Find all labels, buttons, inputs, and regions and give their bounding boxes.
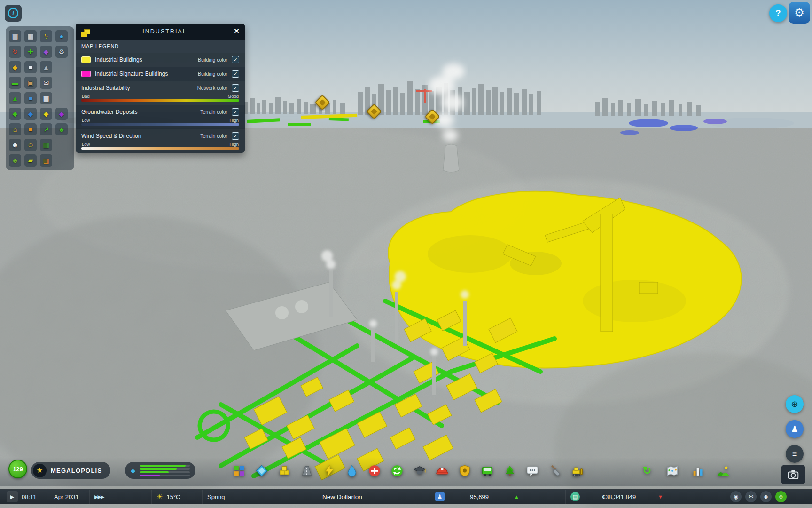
- infoview-happiness-icon[interactable]: ☺: [24, 139, 37, 151]
- infoview-zones-icon[interactable]: ⌂: [9, 123, 21, 135]
- legend-checkbox[interactable]: ✓: [232, 70, 239, 78]
- milestone-name: MEGALOPOLIS: [51, 467, 102, 474]
- weather-icon: ☀: [156, 492, 163, 501]
- legend-label: Industrial Suitability: [81, 85, 193, 91]
- help-button[interactable]: ?: [769, 4, 787, 22]
- info-button[interactable]: i: [5, 5, 22, 22]
- infoview-transport-icon[interactable]: ▬: [9, 77, 21, 89]
- infoview-finance-icon[interactable]: ▦: [24, 30, 37, 42]
- infoview-pollution-icon[interactable]: ◆: [40, 46, 52, 58]
- infoview-resources-icon[interactable]: ♣: [9, 154, 21, 167]
- population-trend-icon: ▲: [514, 494, 519, 500]
- sim-speed-control[interactable]: ▶▶▶: [94, 494, 103, 500]
- legend-row-suitability: Industrial Suitability Network color ✓ B…: [76, 81, 245, 105]
- gradient-max-label: Good: [228, 94, 239, 99]
- infoview-healthcare-icon[interactable]: ✚: [24, 46, 37, 58]
- infoview-documents-icon[interactable]: ▤: [40, 92, 52, 104]
- citizen-button[interactable]: ♟: [786, 420, 804, 438]
- infoview-post-icon[interactable]: ▣: [24, 77, 37, 89]
- level-badge[interactable]: 129: [8, 460, 27, 478]
- fire-rescue-tool[interactable]: [434, 463, 450, 479]
- infoview-goods-icon[interactable]: ▥: [40, 154, 52, 167]
- journal-button[interactable]: ≡: [786, 445, 804, 463]
- gear-icon: ⚙: [794, 6, 804, 19]
- infoview-maintenance-icon[interactable]: ⚙: [55, 46, 68, 58]
- roads-tool[interactable]: [299, 463, 315, 479]
- infoview-economy-icon[interactable]: ↗: [40, 123, 52, 135]
- progression-button[interactable]: ↻: [639, 463, 655, 479]
- gradient-max-label: High: [229, 142, 239, 147]
- infoview-water-icon[interactable]: ●: [55, 30, 68, 42]
- education-tool[interactable]: [412, 463, 428, 479]
- infoview-groundwater-icon[interactable]: ◆: [24, 108, 37, 120]
- infoview-electricity-icon[interactable]: ϟ: [40, 30, 52, 42]
- game-date: Apr 2031: [54, 493, 79, 500]
- city-name: New Dollarton: [295, 493, 390, 500]
- legend-color-type: Network color: [197, 85, 227, 91]
- infoview-terrain-icon[interactable]: ◆: [9, 108, 21, 120]
- status-bar: ▶ 08:11 Apr 2031 ▶▶▶ ☀ 15°C Spring New D…: [0, 489, 812, 504]
- legend-header: INDUSTRIAL ×: [76, 24, 245, 40]
- signature-buildings-tool[interactable]: [254, 463, 270, 479]
- infoview-wind-icon[interactable]: ◆: [40, 108, 52, 120]
- notes-icon: ≡: [792, 449, 797, 459]
- demolish-tool[interactable]: [570, 463, 586, 479]
- zoning-tool[interactable]: [231, 463, 247, 479]
- progress-bar-fill: [140, 475, 160, 476]
- landscaping-tool[interactable]: [547, 463, 563, 479]
- infoview-population-icon[interactable]: ☻: [9, 139, 21, 151]
- followers-button[interactable]: ☻: [760, 491, 772, 502]
- infoview-money-icon[interactable]: ▥: [40, 139, 52, 151]
- water-sewage-tool[interactable]: [344, 463, 360, 479]
- legend-row-groundwater: Groundwater Deposits Terrain color ✓ Low…: [76, 105, 245, 129]
- map-overview-button[interactable]: [664, 463, 680, 479]
- electricity-tool[interactable]: [321, 463, 337, 479]
- close-icon[interactable]: ×: [234, 26, 239, 36]
- milestone-pill[interactable]: ★ MEGALOPOLIS: [31, 462, 110, 479]
- infoview-parks-icon[interactable]: ▲: [9, 92, 21, 104]
- settings-button[interactable]: ⚙: [789, 2, 810, 24]
- infoview-police-icon[interactable]: ◆: [9, 61, 21, 73]
- infoview-commerce-icon[interactable]: ■: [24, 92, 37, 104]
- gradient-min-label: Bad: [82, 94, 90, 99]
- communications-tool[interactable]: [524, 463, 540, 479]
- money-trend-icon[interactable]: ▼: [658, 494, 663, 500]
- happiness-button[interactable]: ☺: [775, 491, 787, 502]
- infoview-land-value-icon[interactable]: ◆: [55, 108, 68, 120]
- infoview-communications-icon[interactable]: ✉: [40, 77, 52, 89]
- health-tool[interactable]: [367, 463, 383, 479]
- parks-recreation-tool[interactable]: [502, 463, 518, 479]
- recorder-button[interactable]: ◉: [730, 491, 742, 502]
- infoview-growth-icon[interactable]: ♣: [55, 123, 68, 135]
- infoview-education-icon[interactable]: ▲: [40, 61, 52, 73]
- infoview-administration-icon[interactable]: ■: [24, 61, 37, 73]
- areas-tool[interactable]: [276, 463, 292, 479]
- police-tool[interactable]: [457, 463, 473, 479]
- check-icon: ✓: [233, 134, 237, 139]
- play-pause-button[interactable]: ▶: [7, 491, 18, 502]
- legend-checkbox[interactable]: ✓: [232, 56, 239, 64]
- map-legend-heading: MAP LEGEND: [76, 40, 245, 53]
- messages-button[interactable]: ✉: [745, 491, 757, 502]
- infoview-garbage-icon[interactable]: ↻: [9, 46, 21, 58]
- transportation-tool[interactable]: [479, 463, 495, 479]
- legend-label: Industrial Buildings: [95, 56, 194, 63]
- infoview-vehicles-icon[interactable]: ▰: [24, 154, 37, 167]
- legend-color-type: Building color: [198, 71, 227, 77]
- map-globe-button[interactable]: ⊕: [786, 395, 804, 413]
- legend-checkbox[interactable]: ✓: [232, 84, 239, 92]
- free-camera-button[interactable]: [781, 465, 805, 484]
- statistics-button[interactable]: [690, 463, 706, 479]
- infoview-farming-icon[interactable]: ■: [24, 123, 37, 135]
- camera-icon: [787, 468, 799, 481]
- groundwater-gradient-bar: [81, 123, 239, 126]
- garbage-tool[interactable]: [389, 463, 405, 479]
- photo-mode-button[interactable]: [715, 463, 731, 479]
- infoview-electronics-icon[interactable]: ▤: [9, 30, 21, 42]
- progression-meter[interactable]: ◆: [125, 462, 195, 479]
- legend-row-industrial-buildings: Industrial Buildings Building color ✓: [76, 53, 245, 67]
- check-icon: ✓: [233, 86, 237, 91]
- population-count: 95,699: [448, 493, 510, 500]
- legend-checkbox[interactable]: ✓: [232, 108, 239, 116]
- legend-checkbox[interactable]: ✓: [232, 132, 239, 140]
